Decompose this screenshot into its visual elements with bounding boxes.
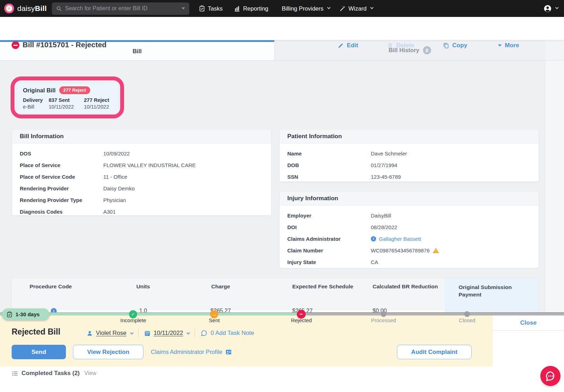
info-row: NameDave Schmeler <box>280 148 539 159</box>
rejected-status-icon <box>12 41 19 49</box>
magic-wand-icon <box>339 5 346 12</box>
list-icon <box>12 370 18 377</box>
panel-title: Bill Information <box>12 129 271 143</box>
claim-number-row: Claim Number WC09876543456789876 <box>280 245 539 256</box>
chat-bubble-dots-icon <box>545 370 557 382</box>
chevron-down-icon[interactable] <box>130 331 134 335</box>
scroll-gutter <box>545 40 564 61</box>
injury-state-row: Injury StateCA <box>280 256 539 268</box>
patient-information-panel: Patient Information NameDave Schmeler DO… <box>279 129 539 182</box>
nav-reporting[interactable]: Reporting <box>234 5 269 12</box>
user-account-icon <box>544 5 552 13</box>
chat-widget-button[interactable] <box>540 366 560 386</box>
info-row: Place of Service Code11 - Office <box>12 171 271 183</box>
top-nav: daisyBill Tasks Reporting Billing Provid… <box>0 0 564 17</box>
claims-administrator-profile-link[interactable]: Claims Administrator Profile <box>151 349 232 355</box>
info-row: SSN123-45-6789 <box>280 171 539 183</box>
close-button[interactable]: Close <box>493 316 564 331</box>
nav-account[interactable] <box>544 5 558 13</box>
assignee-select[interactable]: Violet Rose <box>96 330 127 337</box>
original-bill-title: Original Bill <box>23 87 56 94</box>
timeline-label: Rejected <box>273 317 330 323</box>
column-header: Expected Fee Schedule <box>275 278 356 310</box>
bar-chart-icon <box>234 5 240 12</box>
sent-column: 837 Sent 10/11/2022 <box>49 97 84 110</box>
daisy-flower-icon <box>4 4 14 13</box>
timeline-label: Processed <box>355 317 412 323</box>
task-date-select[interactable]: 10/11/2022 <box>154 330 183 337</box>
brand-name: daisyBill <box>17 4 47 13</box>
page-title: Bill #1015701 - Rejected <box>23 41 106 49</box>
column-header-highlighted: Original Submission Payment <box>445 278 539 310</box>
send-button[interactable]: Send <box>12 345 66 359</box>
info-icon[interactable]: i <box>371 236 376 241</box>
warning-triangle-icon[interactable] <box>433 247 439 253</box>
pencil-icon <box>338 43 344 49</box>
history-count-badge: 0 <box>423 46 431 54</box>
chevron-down-icon <box>370 6 374 9</box>
column-header: Calculated BR Reduction <box>356 278 445 310</box>
reject-badge: 277 Reject <box>59 86 90 94</box>
info-row: Rendering Provider TypePhysician <box>12 194 271 206</box>
info-row: EmployerDaisyBill <box>280 210 539 221</box>
info-row: DOB01/27/1994 <box>280 159 539 171</box>
timeline-node-closed <box>464 311 470 317</box>
line-items-table: Procedure Code Units Charge Expected Fee… <box>12 278 539 317</box>
divider <box>195 329 195 337</box>
timeline-node-processed <box>381 311 386 317</box>
audit-complaint-button[interactable]: Audit Complaint <box>397 345 472 359</box>
table-header-row: Procedure Code Units Charge Expected Fee… <box>12 278 539 310</box>
column-header: Charge <box>166 278 275 310</box>
info-row: DOI08/28/2022 <box>280 221 539 233</box>
more-button[interactable]: More <box>498 42 519 49</box>
timeline-label: Sent <box>186 317 243 323</box>
view-rejection-button[interactable]: View Rejection <box>73 345 143 359</box>
edit-button[interactable]: Edit <box>338 42 358 49</box>
column-header: Units <box>120 278 166 310</box>
claims-administrator-link[interactable]: Gallagher Bassett <box>379 236 421 242</box>
speech-bubble-icon <box>201 330 207 337</box>
triangle-down-icon <box>498 44 502 47</box>
info-row: Place of ServiceFLOWER VALLEY INDUSTRIAL… <box>12 159 271 171</box>
nav-wizard[interactable]: Wizard <box>339 5 373 12</box>
search-input[interactable] <box>65 5 178 12</box>
nav-billing-providers[interactable]: Billing Providers <box>282 5 329 12</box>
info-row: Diagnosis CodesA301 <box>12 206 271 218</box>
view-completed-tasks-link[interactable]: View <box>84 370 96 376</box>
person-icon <box>87 330 93 336</box>
original-bill-card[interactable]: Original Bill 277 Reject Delivery e-Bill… <box>17 82 119 114</box>
clipboard-check-icon <box>199 5 205 12</box>
chevron-down-icon <box>555 6 559 9</box>
panel-title: Injury Information <box>280 191 539 206</box>
chevron-down-icon[interactable] <box>186 331 190 335</box>
trash-icon <box>387 42 393 49</box>
app-root: { "nav": { "brand_daisy": "daisy", "bran… <box>0 0 564 392</box>
timeline-label: Closed <box>439 317 495 323</box>
bill-information-panel: Bill Information DOS10/09/2022 Place of … <box>12 129 271 216</box>
delete-button[interactable]: Delete <box>387 42 414 49</box>
timeline-label: Incomplete <box>105 317 161 323</box>
global-search[interactable] <box>52 2 189 15</box>
completed-tasks-label: Completed Tasks (2) <box>22 370 80 377</box>
panel-title: Patient Information <box>280 129 539 143</box>
info-row: DOS10/09/2022 <box>12 148 271 159</box>
add-task-note-link[interactable]: 0 Add Task Note <box>210 330 254 337</box>
nav-tasks[interactable]: Tasks <box>199 5 223 12</box>
scrollbar-track[interactable] <box>545 61 564 316</box>
column-header: Procedure Code <box>12 278 120 310</box>
bill-header: Bill #1015701 - Rejected Edit Delete Cop… <box>0 17 564 40</box>
claims-administrator-row: Claims Administrator i Gallagher Bassett <box>280 233 539 245</box>
completed-tasks-bar: Completed Tasks (2) View <box>0 367 493 392</box>
copy-button[interactable]: Copy <box>443 42 467 49</box>
bill-age-badge: 1-30 days <box>2 308 49 320</box>
id-badge-icon <box>225 349 232 355</box>
brand-logo[interactable]: daisyBill <box>4 4 47 13</box>
delivery-column: Delivery e-Bill <box>23 97 49 110</box>
info-row: Rendering ProviderDaisy Demko <box>12 183 271 194</box>
clipboard-check-icon <box>7 311 12 318</box>
injury-information-panel: Injury Information EmployerDaisyBill DOI… <box>279 191 539 268</box>
search-dropdown-icon[interactable] <box>182 7 185 10</box>
reject-column: 277 Reject 10/11/2022 <box>84 97 109 110</box>
task-panel-title: Rejected Bill <box>12 327 60 337</box>
chevron-down-icon <box>327 6 331 9</box>
